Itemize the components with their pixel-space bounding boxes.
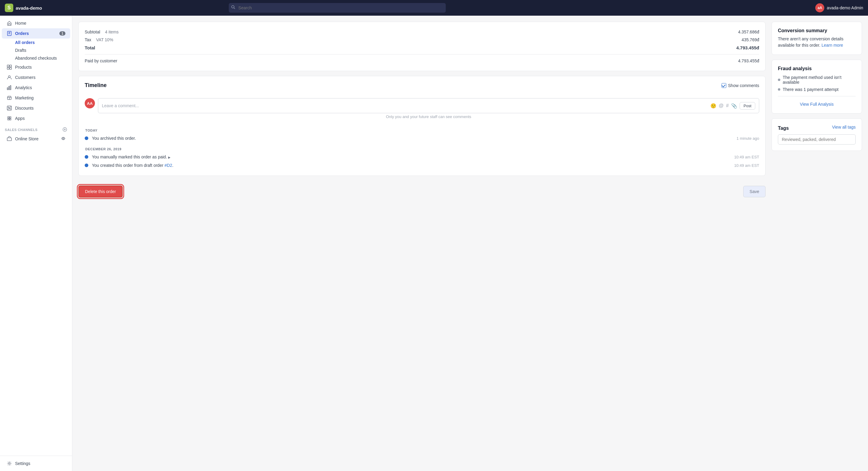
timeline-event-created: You created this order from draft order … xyxy=(85,161,759,170)
sidebar-item-settings-label: Settings xyxy=(15,461,30,466)
sidebar-item-analytics-label: Analytics xyxy=(15,85,32,90)
comment-input-row: AA Leave a comment... 🙂 @ # 📎 Post xyxy=(85,93,759,126)
svg-rect-7 xyxy=(10,65,11,67)
timeline-dot xyxy=(85,136,88,140)
sidebar-item-discounts[interactable]: Discounts xyxy=(2,103,70,113)
search-input[interactable] xyxy=(229,3,446,13)
avatar: aA xyxy=(815,3,824,12)
user-name: avada-demo Admin xyxy=(827,5,863,10)
sales-channels-section: SALES CHANNELS xyxy=(0,124,72,134)
emoji-icon[interactable]: 🙂 xyxy=(710,103,716,109)
left-panel: Subtotal 4 items 4.357.686đ Tax VAT 10% … xyxy=(79,22,766,465)
event-text-archived: You archived this order. xyxy=(92,136,733,141)
search-container xyxy=(229,3,446,13)
svg-rect-9 xyxy=(10,67,11,69)
event-text-created: You created this order from draft order … xyxy=(92,163,731,168)
learn-more-link[interactable]: Learn more xyxy=(822,43,843,47)
comment-avatar: AA xyxy=(85,98,95,108)
subtotal-row: Subtotal 4 items 4.357.686đ xyxy=(85,28,759,36)
show-comments-label: Show comments xyxy=(728,83,759,88)
sidebar-item-orders-label: Orders xyxy=(15,31,29,36)
paid-label: Paid by customer xyxy=(85,59,117,63)
sidebar-item-marketing[interactable]: Marketing xyxy=(2,93,70,103)
arrow-icon: ▶ xyxy=(168,156,170,159)
timeline-event-paid: You manually marked this order as paid. … xyxy=(85,153,759,161)
timeline-dot-paid xyxy=(85,155,88,159)
total-row: Total 4.793.455đ xyxy=(85,44,759,52)
svg-rect-11 xyxy=(7,88,8,90)
sidebar-item-online-store[interactable]: Online Store xyxy=(2,134,70,144)
comment-placeholder: Leave a comment... xyxy=(102,103,139,108)
sidebar-item-products-label: Products xyxy=(15,65,32,70)
sidebar-item-products[interactable]: Products xyxy=(2,62,70,72)
event-time-archived: 1 minute ago xyxy=(737,136,759,141)
sidebar-item-apps-label: Apps xyxy=(15,116,25,121)
top-navigation: S avada-demo aA avada-demo Admin xyxy=(0,0,868,16)
comment-input-box[interactable]: Leave a comment... 🙂 @ # 📎 Post xyxy=(98,98,759,113)
sidebar-sub-item-all-orders[interactable]: All orders xyxy=(13,38,70,46)
view-all-tags-link[interactable]: View all tags xyxy=(832,125,856,130)
svg-point-15 xyxy=(8,107,9,108)
tags-card: Tags View all tags xyxy=(772,119,862,151)
sidebar-sub-item-abandoned[interactable]: Abandoned checkouts xyxy=(13,54,70,62)
sidebar-item-analytics[interactable]: Analytics xyxy=(2,82,70,93)
apps-icon xyxy=(7,115,12,121)
event-text-paid: You manually marked this order as paid. … xyxy=(92,155,731,159)
comment-toolbar: 🙂 @ # 📎 Post xyxy=(710,102,755,110)
svg-rect-22 xyxy=(7,138,11,141)
tags-title: Tags xyxy=(778,126,789,131)
comment-note: Only you and your future staff can see c… xyxy=(98,114,759,121)
conversion-summary-card: Conversion summary There aren't any conv… xyxy=(772,22,862,55)
fraud-analysis-card: Fraud analysis The payment method used i… xyxy=(772,60,862,113)
paid-value: 4.793.455đ xyxy=(738,59,759,63)
sidebar-sub-item-drafts[interactable]: Drafts xyxy=(13,46,70,54)
delete-order-button[interactable]: Delete this order xyxy=(79,186,123,198)
view-full-analysis-link[interactable]: View Full Analysis xyxy=(778,99,856,107)
brand-logo[interactable]: S avada-demo xyxy=(5,4,42,12)
svg-point-23 xyxy=(63,138,64,139)
tax-label: Tax xyxy=(85,37,91,42)
user-menu[interactable]: aA avada-demo Admin xyxy=(815,3,863,12)
subtotal-items: 4 items xyxy=(105,30,119,34)
sidebar-bottom: Settings xyxy=(0,456,72,469)
sidebar-item-settings[interactable]: Settings xyxy=(2,458,70,469)
orders-subnav: All orders Drafts Abandoned checkouts xyxy=(0,38,72,62)
fraud-analysis-title: Fraud analysis xyxy=(778,66,856,71)
show-comments-checkbox[interactable] xyxy=(721,83,726,88)
tags-header: Tags View all tags xyxy=(778,125,856,132)
svg-rect-2 xyxy=(7,31,11,36)
add-sales-channel-btn[interactable] xyxy=(62,127,67,133)
settings-icon xyxy=(7,461,12,466)
discounts-icon xyxy=(7,105,12,111)
tax-row: Tax VAT 10% 435.769đ xyxy=(85,36,759,44)
home-icon xyxy=(7,21,12,26)
mention-icon[interactable]: @ xyxy=(719,103,724,108)
timeline-event-archived: You archived this order. 1 minute ago xyxy=(85,134,759,142)
paid-row: Paid by customer 4.793.455đ xyxy=(85,57,759,65)
attachment-icon[interactable]: 📎 xyxy=(731,103,737,109)
sidebar-item-discounts-label: Discounts xyxy=(15,106,33,110)
sidebar-item-apps[interactable]: Apps xyxy=(2,113,70,124)
online-store-view-icon[interactable] xyxy=(61,136,65,141)
show-comments-toggle[interactable]: Show comments xyxy=(721,83,759,88)
timeline-card: Timeline Show comments AA Leave a commen… xyxy=(79,76,766,176)
main-content: Subtotal 4 items 4.357.686đ Tax VAT 10% … xyxy=(72,16,868,471)
post-button[interactable]: Post xyxy=(740,102,755,110)
svg-rect-13 xyxy=(10,86,11,90)
timeline-header: Timeline Show comments xyxy=(85,82,759,89)
today-label: TODAY xyxy=(85,129,759,132)
marketing-icon xyxy=(7,95,12,101)
sidebar-item-home[interactable]: Home xyxy=(2,18,70,28)
bottom-actions: Delete this order Save xyxy=(79,181,766,200)
sidebar: Home Orders 1 All orders Drafts Abandone… xyxy=(0,16,72,471)
subtotal-label: Subtotal xyxy=(85,30,100,34)
draft-order-link[interactable]: #D2 xyxy=(164,163,173,168)
conversion-summary-title: Conversion summary xyxy=(778,28,856,33)
fraud-item-payment-method: The payment method used isn't available xyxy=(778,74,856,86)
hashtag-icon[interactable]: # xyxy=(726,103,729,108)
svg-rect-8 xyxy=(7,67,9,69)
save-button[interactable]: Save xyxy=(743,186,766,197)
tags-input[interactable] xyxy=(778,134,856,144)
sidebar-item-customers[interactable]: Customers xyxy=(2,72,70,82)
sidebar-item-orders[interactable]: Orders 1 xyxy=(2,28,70,38)
